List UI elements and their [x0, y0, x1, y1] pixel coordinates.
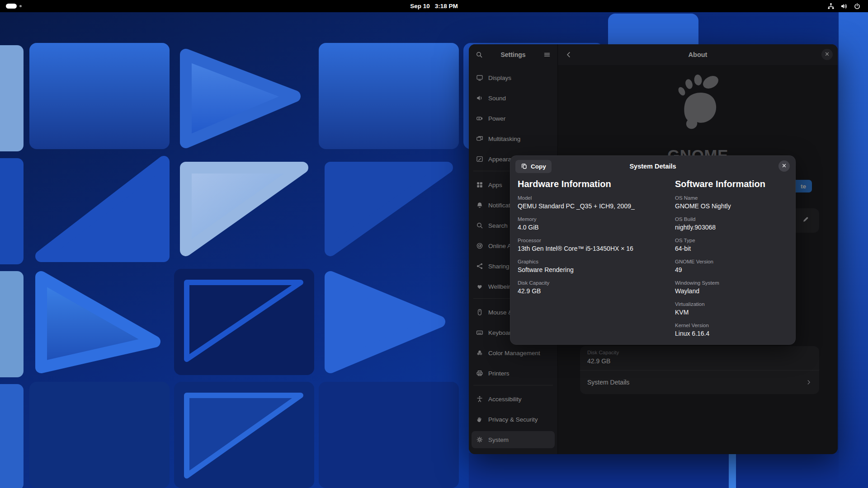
network-wired-icon	[827, 3, 835, 10]
power-icon	[854, 3, 861, 10]
field-processor: Processor13th Gen Intel® Core™ i5-13450H…	[518, 237, 669, 253]
field-value: 64-bit	[675, 245, 789, 253]
close-icon	[781, 162, 787, 170]
field-value: Wayland	[675, 287, 789, 295]
settings-window: Settings DisplaysSoundPowerMultitaskingA…	[469, 44, 838, 454]
field-value: 42.9 GB	[518, 287, 669, 295]
field-virtualization: VirtualizationKVM	[675, 301, 789, 316]
hardware-heading: Hardware Information	[518, 179, 669, 189]
field-label: Virtualization	[675, 301, 789, 307]
field-memory: Memory4.0 GiB	[518, 216, 669, 231]
date-label: Sep 10	[410, 3, 430, 9]
field-os-type: OS Type64-bit	[675, 237, 789, 253]
software-heading: Software Information	[675, 179, 789, 189]
field-label: Windowing System	[675, 280, 789, 286]
field-gnome-version: GNOME Version49	[675, 258, 789, 274]
field-graphics: GraphicsSoftware Rendering	[518, 258, 669, 274]
dialog-title: System Details	[510, 155, 796, 177]
field-label: GNOME Version	[675, 258, 789, 265]
field-label: OS Name	[675, 195, 789, 201]
field-label: OS Build	[675, 216, 789, 222]
dialog-headerbar: Copy System Details	[510, 155, 796, 177]
field-value: KVM	[675, 309, 789, 316]
dialog-close-button[interactable]	[778, 160, 790, 172]
field-os-name: OS NameGNOME OS Nightly	[675, 195, 789, 210]
field-value: 13th Gen Intel® Core™ i5-13450HX × 16	[518, 245, 669, 253]
field-label: OS Type	[675, 237, 789, 244]
field-kernel-version: Kernel VersionLinux 6.16.4	[675, 322, 789, 338]
field-value: Software Rendering	[518, 266, 669, 274]
software-info-column: Software Information OS NameGNOME OS Nig…	[675, 179, 789, 342]
top-bar: Sep 10 3:18 PM	[0, 0, 868, 12]
field-value: 49	[675, 266, 789, 274]
field-value: 4.0 GiB	[518, 224, 669, 231]
field-label: Model	[518, 195, 669, 201]
field-label: Graphics	[518, 258, 669, 265]
clock-button[interactable]: Sep 10 3:18 PM	[0, 0, 868, 12]
field-value: QEMU Standard PC _Q35 + ICH9, 2009_	[518, 202, 669, 210]
field-value: GNOME OS Nightly	[675, 202, 789, 210]
field-label: Kernel Version	[675, 322, 789, 328]
field-value: Linux 6.16.4	[675, 330, 789, 338]
field-label: Processor	[518, 237, 669, 244]
field-label: Memory	[518, 216, 669, 222]
quick-settings-button[interactable]	[825, 0, 863, 12]
field-value: nightly.903068	[675, 224, 789, 231]
time-label: 3:18 PM	[435, 3, 458, 9]
field-windowing-system: Windowing SystemWayland	[675, 280, 789, 295]
volume-icon	[840, 3, 848, 10]
field-os-build: OS Buildnightly.903068	[675, 216, 789, 231]
system-details-dialog: Copy System Details Hardware Information…	[510, 155, 796, 345]
field-model: ModelQEMU Standard PC _Q35 + ICH9, 2009_	[518, 195, 669, 210]
field-disk-capacity: Disk Capacity42.9 GB	[518, 280, 669, 295]
field-label: Disk Capacity	[518, 280, 669, 286]
hardware-info-column: Hardware Information ModelQEMU Standard …	[518, 179, 669, 342]
